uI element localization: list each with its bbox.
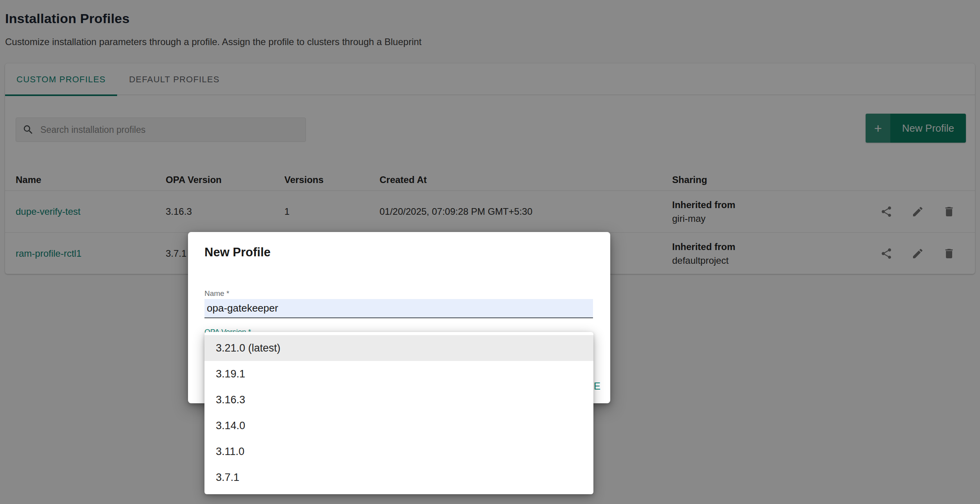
name-field-label: Name * [204, 289, 229, 298]
opa-version-dropdown: 3.21.0 (latest) 3.19.1 3.16.3 3.14.0 3.1… [204, 332, 593, 494]
name-input[interactable] [204, 299, 593, 318]
dialog-title: New Profile [204, 245, 271, 259]
dropdown-option[interactable]: 3.19.1 [204, 361, 593, 387]
dropdown-option[interactable]: 3.14.0 [204, 413, 593, 439]
dropdown-option[interactable]: 3.11.0 [204, 439, 593, 464]
dropdown-option[interactable]: 3.21.0 (latest) [204, 335, 593, 361]
dialog-action-button-partial[interactable]: E [594, 380, 601, 392]
dropdown-option[interactable]: 3.16.3 [204, 387, 593, 413]
dropdown-option[interactable]: 3.7.1 [204, 464, 593, 490]
